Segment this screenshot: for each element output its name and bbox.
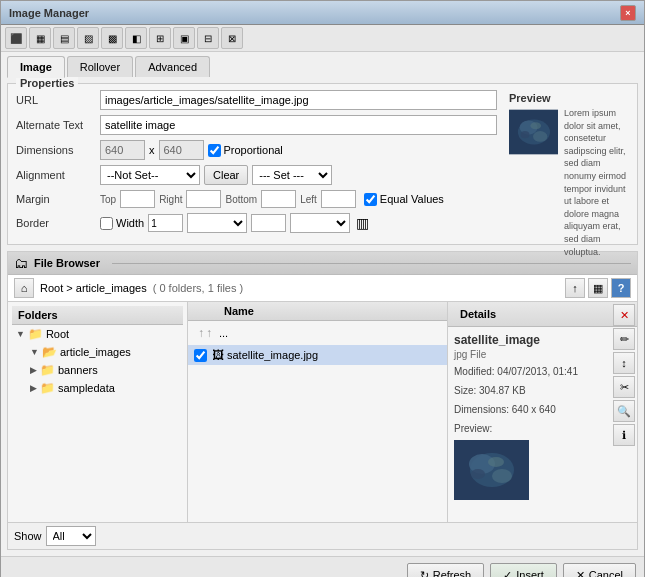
detail-size: Size: 304.87 KB	[454, 383, 631, 398]
main-content: Properties URL Alternate Text Dimensions…	[1, 77, 644, 556]
border-size-input[interactable]	[251, 214, 286, 232]
files-col-header: Name	[188, 302, 447, 321]
width-input[interactable]	[100, 140, 145, 160]
fb-folders-panel: Folders ▼ 📁 Root ▼ 📂 article_images	[8, 302, 188, 522]
detail-move-button[interactable]: ↕	[613, 352, 635, 374]
fb-path: Root > article_images	[40, 282, 147, 294]
folder-item-root[interactable]: ▼ 📁 Root	[12, 325, 183, 343]
insert-label: Insert	[516, 569, 544, 577]
border-checkbox[interactable]	[100, 217, 113, 230]
detail-filename: satellite_image	[454, 333, 631, 347]
root-toggle[interactable]: ▼	[16, 329, 25, 339]
toolbar-icon-9[interactable]: ⊟	[197, 27, 219, 49]
cancel-button[interactable]: ✕ Cancel	[563, 563, 636, 577]
detail-delete-button[interactable]: ✕	[613, 304, 635, 326]
margin-bottom-input[interactable]	[261, 190, 296, 208]
alt-input[interactable]	[100, 115, 497, 135]
top-label: Top	[100, 194, 116, 205]
equal-values-label: Equal Values	[364, 193, 444, 206]
detail-modified: Modified: 04/07/2013, 01:41	[454, 364, 631, 379]
margin-label: Margin	[16, 193, 96, 205]
margin-left-input[interactable]	[321, 190, 356, 208]
detail-preview-image	[454, 440, 529, 500]
detail-rename-button[interactable]: ✏	[613, 328, 635, 350]
margin-right-input[interactable]	[186, 190, 221, 208]
banners-toggle[interactable]: ▶	[30, 365, 37, 375]
detail-type: jpg File	[454, 349, 631, 360]
folder-label-banners: banners	[58, 364, 98, 376]
tab-image[interactable]: Image	[7, 56, 65, 78]
border-row: Border Width solid dashed ▥	[16, 213, 497, 233]
border-width-input[interactable]	[148, 214, 183, 232]
toolbar-icon-6[interactable]: ◧	[125, 27, 147, 49]
tree-indent: ▼ 📂 article_images ▶ 📁 banners ▶ 📁	[12, 343, 183, 397]
proportional-checkbox[interactable]	[208, 144, 221, 157]
fb-upload-button[interactable]: ↑	[565, 278, 585, 298]
detail-search-button[interactable]: 🔍	[613, 400, 635, 422]
properties-label: Properties	[16, 77, 78, 89]
article-images-toggle[interactable]: ▼	[30, 347, 39, 357]
preview-label: Preview	[509, 92, 629, 104]
refresh-label: Refresh	[433, 569, 472, 577]
border-style-select[interactable]: solid dashed	[187, 213, 247, 233]
alignment-select[interactable]: --Not Set-- Left Center Right	[100, 165, 200, 185]
margin-top-input[interactable]	[120, 190, 155, 208]
tab-rollover[interactable]: Rollover	[67, 56, 133, 77]
dimensions-label: Dimensions	[16, 144, 96, 156]
insert-button[interactable]: ✓ Insert	[490, 563, 557, 577]
title-bar: Image Manager ×	[1, 1, 644, 25]
url-input[interactable]	[100, 90, 497, 110]
cancel-label: Cancel	[589, 569, 623, 577]
fb-footer: Show All	[8, 522, 637, 549]
fb-path-info: ⌂ Root > article_images ( 0 folders, 1 f…	[14, 278, 243, 298]
close-button[interactable]: ×	[620, 5, 636, 21]
border-color-select[interactable]	[290, 213, 350, 233]
toolbar-icon-4[interactable]: ▨	[77, 27, 99, 49]
file-item-satellite[interactable]: 🖼 satellite_image.jpg	[188, 345, 447, 365]
toolbar-icon-7[interactable]: ⊞	[149, 27, 171, 49]
folder-item-banners[interactable]: ▶ 📁 banners	[26, 361, 183, 379]
file-label-satellite: satellite_image.jpg	[227, 349, 318, 361]
refresh-button[interactable]: ↻ Refresh	[407, 563, 485, 577]
folders-col-header: Folders	[12, 306, 183, 325]
fb-help-button[interactable]: ?	[611, 278, 631, 298]
equal-values-checkbox[interactable]	[364, 193, 377, 206]
set-select[interactable]: --- Set ---	[252, 165, 332, 185]
preview-text: Lorem ipsum dolor sit amet, consetetur s…	[564, 107, 629, 258]
toolbar-icon-8[interactable]: ▣	[173, 27, 195, 49]
toolbar-icon-5[interactable]: ▩	[101, 27, 123, 49]
fb-path-icons: ↑ ▦ ?	[565, 278, 631, 298]
folder-item-article-images[interactable]: ▼ 📂 article_images	[26, 343, 183, 361]
folder-item-sampledata[interactable]: ▶ 📁 sampledata	[26, 379, 183, 397]
margin-row: Margin Top Right Bottom Left Equal Value…	[16, 190, 497, 208]
tabs-row: Image Rollover Advanced	[1, 52, 644, 77]
proportional-checkbox-label: Proportional	[208, 144, 283, 157]
file-checkbox-satellite[interactable]	[194, 349, 207, 362]
fb-body: Folders ▼ 📁 Root ▼ 📂 article_images	[8, 302, 637, 522]
detail-copy-button[interactable]: ✂	[613, 376, 635, 398]
toolbar-icon-2[interactable]: ▦	[29, 27, 51, 49]
toolbar-icon-1[interactable]: ⬛	[5, 27, 27, 49]
file-browser-section: 🗂 File Browser ⌂ Root > article_images (…	[7, 251, 638, 550]
detail-info-button[interactable]: ℹ	[613, 424, 635, 446]
dialog-title: Image Manager	[9, 7, 89, 19]
fb-details-panel: Details satellite_image jpg File Modifie…	[448, 302, 637, 522]
fb-files-panel: Name ↑ ↑ ... 🖼 satellite_image	[188, 302, 448, 522]
folder-icon-root: 📁	[28, 327, 43, 341]
details-col-header: Details	[448, 302, 637, 327]
show-select[interactable]: All	[46, 526, 96, 546]
fb-title: File Browser	[34, 257, 100, 269]
sampledata-toggle[interactable]: ▶	[30, 383, 37, 393]
tab-advanced[interactable]: Advanced	[135, 56, 210, 77]
alt-row: Alternate Text	[16, 115, 497, 135]
fb-view-button[interactable]: ▦	[588, 278, 608, 298]
toolbar-icon-10[interactable]: ⊠	[221, 27, 243, 49]
equal-values-text: Equal Values	[380, 193, 444, 205]
height-input[interactable]	[159, 140, 204, 160]
detail-side-buttons: ✕ ✏ ↕ ✂ 🔍 ℹ	[611, 302, 637, 448]
clear-button[interactable]: Clear	[204, 165, 248, 185]
bottom-label: Bottom	[225, 194, 257, 205]
file-item-parent[interactable]: ↑ ↑ ...	[188, 321, 447, 345]
toolbar-icon-3[interactable]: ▤	[53, 27, 75, 49]
fb-home-button[interactable]: ⌂	[14, 278, 34, 298]
